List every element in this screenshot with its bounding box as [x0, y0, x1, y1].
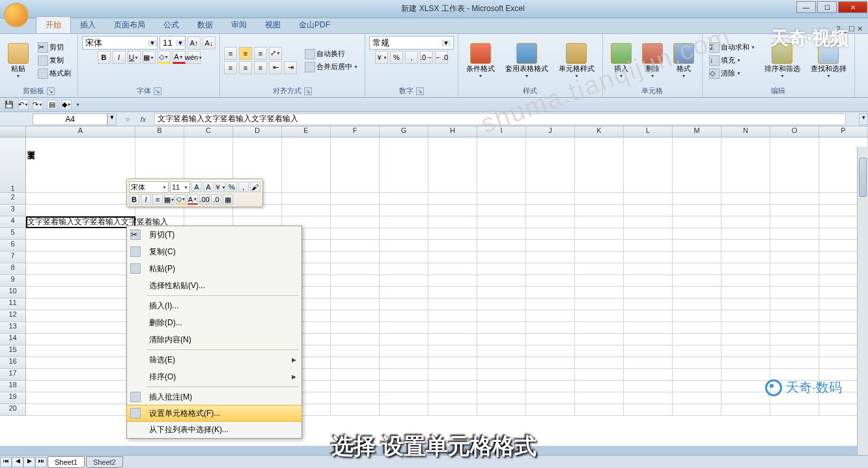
mini-bold-icon[interactable]: B — [129, 194, 139, 205]
number-launcher-icon[interactable]: ↘ — [416, 87, 424, 95]
ctx-paste-special[interactable]: 选择性粘贴(V)... — [127, 277, 301, 294]
mini-fillcolor-icon[interactable]: ◇▼ — [176, 194, 186, 205]
sheet-nav-next-icon[interactable]: ▶ — [23, 457, 35, 467]
align-right-icon[interactable]: ≡ — [254, 61, 267, 74]
cell-a3[interactable] — [26, 205, 135, 216]
cell-a20[interactable] — [26, 404, 135, 416]
row-header-11[interactable]: 11 — [0, 299, 26, 310]
orientation-icon[interactable]: ⤢▼ — [269, 47, 282, 60]
cell-a6[interactable] — [26, 240, 135, 252]
sheet-nav-last-icon[interactable]: ⏭ — [35, 457, 47, 467]
mini-fontcolor-icon[interactable]: A▼ — [188, 194, 198, 205]
clipboard-launcher-icon[interactable]: ↘ — [47, 87, 55, 95]
col-header-l[interactable]: L — [624, 126, 673, 137]
sheet-nav-first-icon[interactable]: ⏮ — [0, 457, 12, 467]
shrink-font-icon[interactable]: A↓ — [203, 37, 216, 50]
row-header-12[interactable]: 12 — [0, 310, 26, 322]
cell-a13[interactable] — [26, 322, 135, 334]
row-header-18[interactable]: 18 — [0, 381, 26, 392]
delete-cells-button[interactable]: 删除▼ — [638, 42, 667, 80]
currency-icon[interactable]: ￥▼ — [375, 51, 388, 64]
qat-customize-icon[interactable]: ▼ — [76, 102, 80, 107]
grow-font-icon[interactable]: A↑ — [188, 37, 201, 50]
col-header-n[interactable]: N — [721, 126, 770, 137]
col-header-c[interactable]: C — [184, 126, 233, 137]
mini-font-combo[interactable]: 宋体▼ — [129, 181, 169, 193]
copy-button[interactable]: 复制 — [35, 55, 74, 66]
select-all-button[interactable] — [0, 126, 26, 137]
font-name-combo[interactable]: ▼ — [82, 36, 158, 50]
align-launcher-icon[interactable]: ↘ — [304, 87, 312, 95]
fill-button[interactable]: ↓填充▼ — [707, 55, 758, 66]
row-header-17[interactable]: 17 — [0, 369, 26, 381]
row-header-4[interactable]: 4 — [0, 216, 26, 228]
mini-align-icon[interactable]: ≡ — [152, 194, 163, 205]
ctx-filter[interactable]: 筛选(E)▶ — [127, 351, 301, 368]
wrap-text-button[interactable]: 自动换行 — [302, 48, 361, 60]
mini-dec-dec-icon[interactable]: .0 — [211, 194, 221, 205]
office-button[interactable] — [4, 3, 29, 27]
col-header-f[interactable]: F — [331, 126, 380, 137]
fill-color-button[interactable]: ◇▼ — [158, 51, 171, 64]
indent-inc-icon[interactable]: ⇥ — [284, 61, 297, 74]
mini-italic-icon[interactable]: I — [141, 194, 151, 205]
mini-size-combo[interactable]: 11▼ — [170, 181, 190, 193]
cell-a9[interactable] — [26, 275, 135, 287]
row-header-10[interactable]: 10 — [0, 287, 26, 299]
cell-a19[interactable] — [26, 392, 135, 404]
cell-a14[interactable] — [26, 334, 135, 345]
fx-icon[interactable]: fx — [136, 113, 150, 125]
mini-dec-inc-icon[interactable]: .00 — [199, 194, 210, 205]
minimize-button[interactable]: — — [796, 1, 816, 13]
col-header-g[interactable]: G — [380, 126, 428, 137]
mini-border-icon[interactable]: ▦▼ — [164, 194, 175, 205]
insert-cells-button[interactable]: 插入▼ — [607, 42, 636, 80]
tab-wps[interactable]: 金山PDF — [290, 17, 339, 33]
mini-percent-icon[interactable]: % — [227, 182, 237, 192]
cell-a5[interactable] — [26, 228, 135, 240]
sheet-nav-prev-icon[interactable]: ◀ — [12, 457, 23, 467]
mini-currency-icon[interactable]: ￥▼ — [215, 182, 225, 192]
ctx-delete[interactable]: 删除(D)... — [127, 314, 301, 331]
ctx-pick-from-list[interactable]: 从下拉列表中选择(K)... — [127, 421, 301, 438]
mini-comma-icon[interactable]: , — [238, 182, 249, 192]
cell-a4[interactable]: 文字竖着输入文字竖着输入文字竖着输入 — [26, 216, 135, 228]
cell-a1[interactable]: 文字竖着写 — [26, 138, 135, 193]
cut-button[interactable]: ✂剪切 — [35, 42, 74, 53]
ctx-cut[interactable]: ✂剪切(T) — [127, 226, 301, 243]
tab-data[interactable]: 数据 — [188, 17, 222, 33]
ctx-copy[interactable]: 复制(C) — [127, 243, 301, 260]
font-size-combo[interactable]: ▼ — [160, 36, 186, 50]
font-launcher-icon[interactable]: ↘ — [154, 87, 161, 95]
cell-a18[interactable] — [26, 381, 135, 392]
cell-a16[interactable] — [26, 357, 135, 369]
cell-a11[interactable] — [26, 299, 135, 310]
maximize-button[interactable]: ☐ — [817, 1, 837, 13]
mini-grow-font-icon[interactable]: A — [191, 182, 202, 192]
bold-button[interactable]: B — [98, 51, 111, 64]
conditional-format-button[interactable]: 条件格式▼ — [462, 42, 499, 80]
row-header-20[interactable]: 20 — [0, 404, 26, 416]
percent-icon[interactable]: % — [390, 51, 403, 64]
align-left-icon[interactable]: ≡ — [224, 61, 237, 74]
format-painter-button[interactable]: 格式刷 — [35, 68, 74, 80]
row-header-14[interactable]: 14 — [0, 334, 26, 345]
row-header-3[interactable]: 3 — [0, 205, 26, 216]
cell-style-button[interactable]: 单元格样式▼ — [555, 42, 598, 80]
qat-custom-icon[interactable]: ◆▼ — [61, 100, 72, 110]
ctx-insert[interactable]: 插入(I)... — [127, 297, 301, 314]
align-bottom-icon[interactable]: ≡ — [254, 47, 267, 60]
merge-center-button[interactable]: 合并后居中▼ — [302, 61, 361, 73]
ctx-paste[interactable]: 粘贴(P) — [127, 260, 301, 277]
formula-expand-icon[interactable]: ▾ — [859, 113, 868, 125]
italic-button[interactable]: I — [113, 51, 126, 64]
cell-a7[interactable] — [26, 252, 135, 263]
qat-print-icon[interactable]: ▤ — [47, 100, 57, 110]
col-header-e[interactable]: E — [282, 126, 331, 137]
row-header-2[interactable]: 2 — [0, 193, 26, 205]
row-header-19[interactable]: 19 — [0, 392, 26, 404]
row-header-1[interactable]: 1 — [0, 138, 26, 193]
paste-button[interactable]: 粘贴▼ — [4, 42, 33, 80]
align-top-icon[interactable]: ≡ — [224, 47, 237, 60]
ctx-sort[interactable]: 排序(O)▶ — [127, 368, 301, 385]
